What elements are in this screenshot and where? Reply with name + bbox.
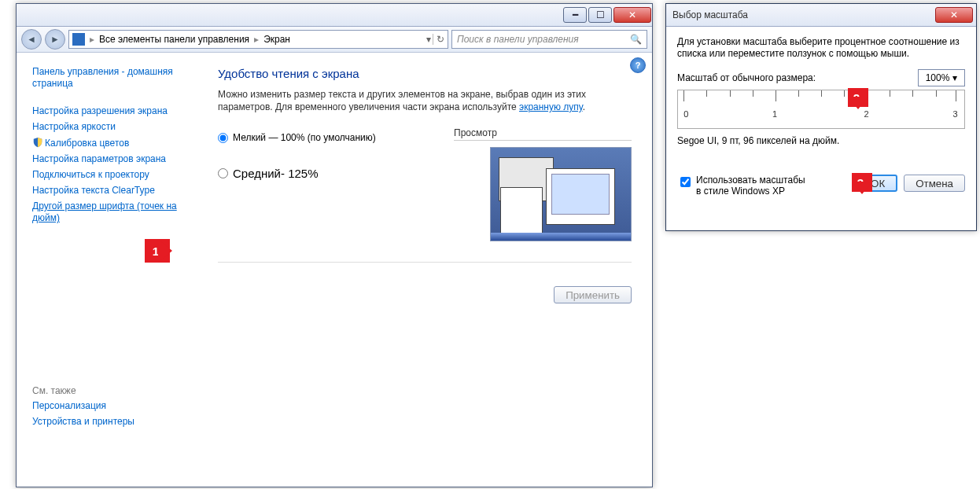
dialog-close-button[interactable]: ✕ xyxy=(935,7,973,23)
refresh-icon[interactable]: ↻ xyxy=(433,34,444,45)
radio-medium[interactable] xyxy=(218,168,228,178)
sidebar-item-params[interactable]: Настройка параметров экрана xyxy=(32,153,194,165)
minimize-button[interactable]: ━ xyxy=(563,7,587,23)
scale-label: Масштаб от обычного размера: xyxy=(677,72,816,83)
dialog-titlebar: Выбор масштаба ✕ xyxy=(666,4,976,27)
xp-style-label: Использовать масштабы в стиле Windows XP xyxy=(696,175,811,197)
control-panel-window: ━ ☐ ✕ ◄ ► ▸ Все элементы панели управлен… xyxy=(16,3,653,487)
breadcrumb-root[interactable]: Все элементы панели управления xyxy=(99,34,249,45)
radio-small-label: Мелкий — 100% (по умолчанию) xyxy=(233,132,376,143)
dialog-title: Выбор масштаба xyxy=(672,9,748,20)
sidebar-item-calibration[interactable]: Калибровка цветов xyxy=(32,137,194,149)
shield-icon xyxy=(32,137,43,148)
search-placeholder: Поиск в панели управления xyxy=(457,34,579,45)
titlebar: ━ ☐ ✕ xyxy=(17,4,652,27)
forward-button[interactable]: ► xyxy=(45,29,65,50)
sidebar-item-dpi[interactable]: Другой размер шрифта (точек на дюйм) xyxy=(32,200,194,224)
dialog-instruction: Для установки масштаба выберите процентн… xyxy=(677,36,965,60)
apply-button[interactable]: Применить xyxy=(554,286,632,303)
preview-thumbnail xyxy=(490,147,632,241)
control-panel-icon xyxy=(72,33,85,46)
address-bar[interactable]: ▸ Все элементы панели управления ▸ Экран… xyxy=(68,30,448,49)
page-title: Удобство чтения с экрана xyxy=(218,67,632,80)
breadcrumb-sep-icon: ▸ xyxy=(254,34,259,45)
main-content: ? Удобство чтения с экрана Можно изменит… xyxy=(197,53,652,488)
maximize-button[interactable]: ☐ xyxy=(588,7,612,23)
see-also-title: См. также xyxy=(32,385,194,396)
cancel-button[interactable]: Отмена xyxy=(904,175,965,192)
magnifier-link[interactable]: экранную лупу xyxy=(519,101,583,112)
preview-label: Просмотр xyxy=(454,127,497,138)
scale-dialog: Выбор масштаба ✕ Для установки масштаба … xyxy=(665,3,977,231)
search-icon: 🔍 xyxy=(630,34,642,45)
navbar: ◄ ► ▸ Все элементы панели управления ▸ Э… xyxy=(17,27,652,53)
help-icon[interactable]: ? xyxy=(630,57,646,73)
arrow-2: 2. xyxy=(848,88,868,107)
scale-combo[interactable]: 100% ▾ xyxy=(918,69,965,86)
sidebar-item-cleartype[interactable]: Настройка текста ClearType xyxy=(32,185,194,197)
sidebar-item-brightness[interactable]: Настройка яркости xyxy=(32,121,194,133)
radio-small[interactable] xyxy=(218,133,228,143)
sidebar-item-projector[interactable]: Подключиться к проектору xyxy=(32,169,194,181)
sidebar: Панель управления - домашняя страница На… xyxy=(17,53,197,488)
arrow-3: 3. xyxy=(852,173,872,192)
xp-style-checkbox[interactable] xyxy=(680,177,691,187)
back-button[interactable]: ◄ xyxy=(21,29,42,50)
ruler-slider[interactable]: 0 1 2 3 xyxy=(677,90,965,129)
radio-medium-label: Средний- 125% xyxy=(233,167,319,180)
breadcrumb-leaf[interactable]: Экран xyxy=(263,34,290,45)
addr-dropdown-icon[interactable]: ▾ xyxy=(426,34,431,45)
chevron-down-icon: ▾ xyxy=(952,72,957,83)
font-preview: Segoe UI, 9 пт, 96 пикселей на дюйм. xyxy=(677,135,965,146)
page-description: Можно изменить размер текста и других эл… xyxy=(218,88,632,113)
sidebar-see-also-devices[interactable]: Устройства и принтеры xyxy=(32,416,194,428)
sidebar-home[interactable]: Панель управления - домашняя страница xyxy=(32,66,194,90)
breadcrumb-sep-icon: ▸ xyxy=(90,34,94,45)
sidebar-item-resolution[interactable]: Настройка разрешения экрана xyxy=(32,105,194,117)
sidebar-see-also-personalization[interactable]: Персонализация xyxy=(32,400,194,412)
close-button[interactable]: ✕ xyxy=(613,7,651,23)
search-input[interactable]: Поиск в панели управления 🔍 xyxy=(451,30,647,49)
arrow-1: 1. xyxy=(145,239,170,263)
